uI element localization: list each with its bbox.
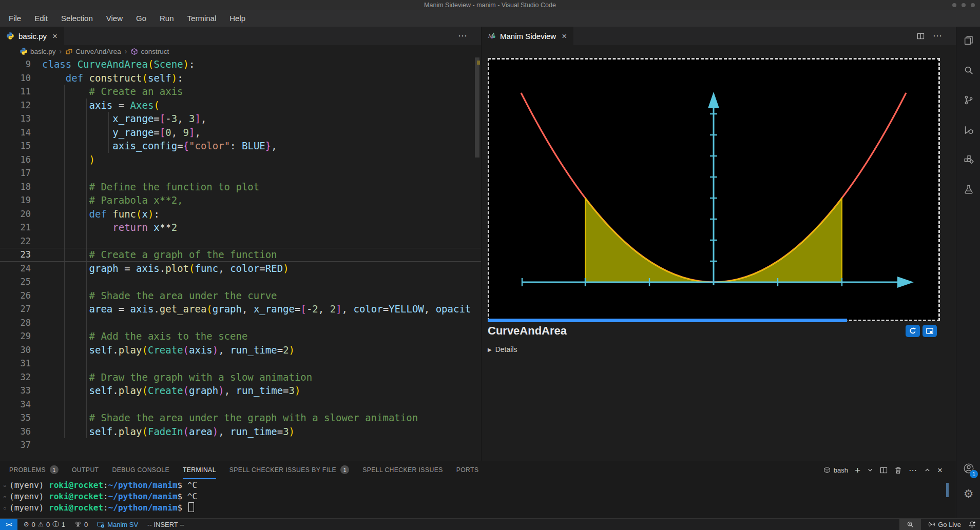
kill-terminal-icon[interactable] [894, 466, 902, 474]
menu-bar: FileEditSelectionViewGoRunTerminalHelp [0, 10, 980, 27]
notifications-bell[interactable] [968, 521, 976, 528]
panel-tab-ports[interactable]: PORTS [456, 461, 479, 479]
menu-file[interactable]: File [2, 10, 28, 27]
menu-terminal[interactable]: Terminal [181, 10, 223, 27]
more-actions-icon[interactable]: ⋯ [458, 30, 468, 42]
activity-gear-icon[interactable]: ⚙ [956, 485, 980, 503]
menu-view[interactable]: View [100, 10, 129, 27]
activity-beaker-icon[interactable] [956, 181, 980, 198]
code-line-21[interactable]: 21 return x**2 [0, 221, 481, 234]
close-panel-icon[interactable]: × [937, 466, 943, 475]
rerun-button[interactable] [906, 325, 920, 337]
split-terminal-icon[interactable] [880, 466, 888, 474]
panel-tab-spell-checker-issues[interactable]: SPELL CHECKER ISSUES [362, 461, 443, 479]
video-preview[interactable] [488, 58, 940, 321]
details-toggle[interactable]: ▶ Details [488, 345, 517, 354]
command-decoration-icon[interactable]: ○ [0, 505, 9, 511]
open-preview-button[interactable] [923, 325, 937, 337]
details-label: Details [495, 345, 517, 354]
breadcrumb-item-basic-py[interactable]: basic.py [20, 47, 56, 55]
panel-tab-problems[interactable]: PROBLEMS1 [9, 461, 59, 479]
code-line-30[interactable]: 30 self.play(Create(axis), run_time=2) [0, 343, 481, 357]
panel-tab-debug-console[interactable]: DEBUG CONSOLE [112, 461, 169, 479]
activity-source-control-icon[interactable] [956, 91, 980, 109]
vscode-window: Manim Sideview - manim - Visual Studio C… [0, 0, 980, 530]
code-line-35[interactable]: 35 # Shade the area under the graph with… [0, 411, 481, 425]
vim-mode-indicator[interactable]: -- INSERT -- [147, 521, 184, 528]
activity-extensions-icon[interactable] [956, 151, 980, 168]
panel-tab-output[interactable]: OUTPUT [72, 461, 99, 479]
code-line-33[interactable]: 33 self.play(Create(graph), run_time=3) [0, 384, 481, 398]
breadcrumb-item-curveandarea[interactable]: CurveAndArea [65, 48, 121, 55]
panel-tab-spell-checker-issues-by-file[interactable]: SPELL CHECKER ISSUES BY FILE1 [229, 461, 349, 479]
code-line-23[interactable]: 23 # Create a graph of the function [0, 248, 481, 262]
problems-status[interactable]: ⊘0 ⚠0 ⓘ1 [24, 521, 65, 528]
more-actions-icon[interactable]: ⋯ [909, 465, 917, 475]
code-line-20[interactable]: 20 def func(x): [0, 207, 481, 221]
code-line-27[interactable]: 27 area = axis.get_area(graph, x_range=[… [0, 302, 481, 316]
code-line-26[interactable]: 26 # Shade the area under the curve [0, 289, 481, 303]
code-line-32[interactable]: 32 # Draw the graph with a slow animatio… [0, 370, 481, 384]
line-number: 37 [0, 440, 42, 450]
chevron-down-icon[interactable] [867, 467, 873, 473]
code-line-9[interactable]: 9class CurveAndArea(Scene): [0, 57, 481, 71]
panel-tab-terminal[interactable]: TERMINAL [183, 461, 216, 479]
window-close-button[interactable] [971, 3, 975, 7]
code-line-34[interactable]: 34 [0, 398, 481, 411]
code-line-18[interactable]: 18 # Define the function to plot [0, 180, 481, 194]
command-decoration-icon[interactable]: ○ [0, 494, 9, 500]
code-line-24[interactable]: 24 graph = axis.plot(func, color=RED) [0, 262, 481, 276]
new-terminal-icon[interactable]: + [855, 465, 860, 475]
menu-selection[interactable]: Selection [54, 10, 100, 27]
code-line-36[interactable]: 36 self.play(FadeIn(area), run_time=3) [0, 425, 481, 439]
terminal-output[interactable]: ○(myenv) roki@rocket:~/python/manim$ ^C○… [0, 480, 956, 514]
code-line-28[interactable]: 28 [0, 316, 481, 330]
class-icon [65, 48, 73, 55]
window-maximize-button[interactable] [962, 3, 966, 7]
code-line-37[interactable]: 37 [0, 438, 481, 452]
panel-tab-bar: PROBLEMS1OUTPUTDEBUG CONSOLETERMINALSPEL… [0, 461, 956, 479]
split-editor-icon[interactable] [917, 32, 925, 40]
tab-basic-py[interactable]: basic.py × [0, 27, 64, 45]
line-number: 32 [0, 372, 42, 382]
menu-run[interactable]: Run [153, 10, 181, 27]
go-live-button[interactable]: Go Live [928, 521, 961, 528]
activity-account-icon[interactable]: 1 [956, 460, 980, 477]
code-editor[interactable]: 9class CurveAndArea(Scene):10 def constr… [0, 57, 481, 461]
command-decoration-icon[interactable]: ○ [0, 483, 9, 488]
code-line-16[interactable]: 16 ) [0, 153, 481, 167]
code-line-13[interactable]: 13 x_range=[-3, 3], [0, 112, 481, 126]
code-line-31[interactable]: 31 [0, 357, 481, 370]
breadcrumb-item-construct[interactable]: construct [130, 48, 169, 55]
code-line-10[interactable]: 10 def construct(self): [0, 71, 481, 85]
activity-files-icon[interactable] [956, 32, 980, 49]
maximize-panel-icon[interactable] [924, 467, 931, 474]
code-line-11[interactable]: 11 # Create an axis [0, 85, 481, 99]
code-line-22[interactable]: 22 [0, 234, 481, 248]
window-minimize-button[interactable] [952, 3, 956, 7]
more-actions-icon[interactable]: ⋯ [933, 30, 943, 42]
code-line-17[interactable]: 17 [0, 166, 481, 180]
remote-indicator[interactable]: >< [0, 519, 17, 530]
code-line-25[interactable]: 25 [0, 275, 481, 289]
screencast-zoom-button[interactable] [899, 519, 921, 530]
close-icon[interactable]: × [51, 32, 59, 41]
menu-help[interactable]: Help [223, 10, 252, 27]
tab-manim-sideview[interactable]: M Manim Sideview × [482, 27, 573, 45]
close-icon[interactable]: × [560, 32, 568, 41]
editor-scrollbar[interactable] [475, 57, 479, 158]
terminal-profile[interactable]: bash [823, 466, 848, 474]
terminal-scrollbar[interactable] [946, 483, 949, 497]
manim-sideview-status[interactable]: Manim SV [97, 521, 138, 528]
code-line-29[interactable]: 29 # Add the axis to the scene [0, 329, 481, 343]
menu-edit[interactable]: Edit [28, 10, 54, 27]
code-line-15[interactable]: 15 axis_config={"color": BLUE}, [0, 139, 481, 153]
code-line-19[interactable]: 19 # Parabola x**2, [0, 193, 481, 207]
activity-search-icon[interactable] [956, 62, 980, 79]
ports-status[interactable]: 0 [74, 521, 88, 528]
render-progress-bar[interactable] [488, 319, 847, 322]
menu-go[interactable]: Go [129, 10, 153, 27]
activity-debug-icon[interactable] [956, 121, 980, 139]
code-line-12[interactable]: 12 axis = Axes( [0, 99, 481, 112]
code-line-14[interactable]: 14 y_range=[0, 9], [0, 126, 481, 140]
